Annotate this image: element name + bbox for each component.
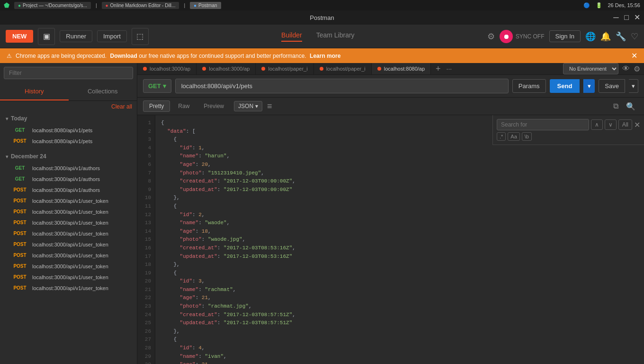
list-item[interactable]: POST localhost:3000/api/v1/user_token <box>2 206 135 217</box>
list-item[interactable]: POST localhost:3000/api/v1/user_token <box>2 239 135 250</box>
send-button[interactable]: Send <box>550 79 580 93</box>
request-tab-5[interactable]: localhost:8080/ap <box>372 63 431 74</box>
settings-icon[interactable]: ⚙ <box>487 31 495 42</box>
search-next-button[interactable]: ∨ <box>605 119 617 130</box>
app-icon-1: ⬟ <box>4 1 9 9</box>
taskbar-tab-3[interactable]: ● Postman <box>190 2 221 9</box>
list-item[interactable]: POST localhost:3000/api/v1/user_token <box>2 272 135 282</box>
taskbar-tab-2[interactable]: ● Online Markdown Editor - Dill... <box>102 2 179 9</box>
history-url: localhost:3000/api/v1/authors <box>32 187 100 193</box>
search-case-button[interactable]: Aa <box>508 132 519 141</box>
send-dropdown-button[interactable]: ▾ <box>583 79 595 93</box>
eye-icon[interactable]: 👁 <box>622 64 630 73</box>
notification-close-button[interactable]: ✕ <box>631 51 637 60</box>
history-url: localhost:3000/api/v1/user_token <box>32 274 108 280</box>
globe-icon[interactable]: 🌐 <box>585 31 596 42</box>
list-item[interactable]: POST localhost:8080/api/v1/pets <box>2 136 135 146</box>
list-item[interactable]: POST localhost:3000/api/v1/user_token <box>2 228 135 239</box>
save-button[interactable]: Save <box>599 79 625 93</box>
list-item[interactable]: POST localhost:3000/api/v1/user_token <box>2 250 135 261</box>
filter-input[interactable] <box>4 67 133 79</box>
save-dropdown-button[interactable]: ▾ <box>629 79 638 93</box>
search-all-button[interactable]: All <box>618 119 632 130</box>
list-item[interactable]: POST localhost:3000/api/v1/authors <box>2 184 135 195</box>
method-selector[interactable]: GET ▾ <box>143 79 171 93</box>
history-url: localhost:3000/api/v1/authors <box>32 176 100 182</box>
tab-builder[interactable]: Builder <box>281 31 302 42</box>
bell-icon[interactable]: 🔔 <box>600 31 611 42</box>
new-button[interactable]: NEW <box>6 30 33 43</box>
method-badge-get: GET <box>11 127 28 133</box>
list-item[interactable]: POST localhost:3000/api/v1/user_token <box>2 195 135 206</box>
sign-in-button[interactable]: Sign In <box>549 30 581 42</box>
history-group-dec24-header[interactable]: ▾ December 24 <box>2 150 135 163</box>
gear-icon[interactable]: ⚙ <box>634 64 640 73</box>
sync-button[interactable]: ⏺ SYNC OFF <box>500 30 545 43</box>
list-item[interactable]: GET localhost:8080/api/v1/pets <box>2 125 135 136</box>
history-url: localhost:3000/api/v1/user_token <box>32 285 108 291</box>
method-badge-post: POST <box>11 285 28 291</box>
request-tab-2[interactable]: localhost:3000/ap <box>197 63 256 74</box>
method-badge-post: POST <box>11 187 28 193</box>
download-link[interactable]: Download <box>110 53 137 59</box>
search-word-button[interactable]: \b <box>522 132 532 141</box>
search-response-button[interactable]: 🔍 <box>623 101 638 112</box>
search-close-button[interactable]: ✕ <box>634 120 640 129</box>
runner-button[interactable]: Runner <box>60 30 92 42</box>
sidebar-tab-collections[interactable]: Collections <box>69 83 137 100</box>
history-group-today-header[interactable]: ▾ Today <box>2 112 135 125</box>
params-button[interactable]: Params <box>512 79 546 93</box>
request-tab-1[interactable]: localhost:3000/ap <box>137 63 197 74</box>
list-item[interactable]: GET localhost:3000/api/v1/authors <box>2 163 135 173</box>
url-input[interactable] <box>175 79 509 93</box>
environment-dropdown[interactable]: No Environment <box>563 63 618 74</box>
pretty-tab[interactable]: Pretty <box>143 100 170 112</box>
request-tab-4[interactable]: localhost/paper_i <box>314 63 372 74</box>
tab-icon-2: ● <box>106 3 108 8</box>
taskbar-tab-1[interactable]: ● Project — ~/Documents/go/s... <box>14 2 91 9</box>
minimize-button[interactable]: ─ <box>613 14 619 21</box>
more-tabs-button[interactable]: ··· <box>445 65 454 73</box>
method-badge-post: POST <box>11 138 28 144</box>
chevron-down-icon: ▾ <box>6 116 8 121</box>
format-selector[interactable]: JSON ▾ <box>234 101 262 111</box>
layout-icon-button[interactable]: ▣ <box>38 28 55 45</box>
tab-team-library[interactable]: Team Library <box>316 31 355 42</box>
learn-more-link[interactable]: Learn more <box>310 53 340 59</box>
wrench-icon[interactable]: 🔧 <box>616 31 626 42</box>
environment-selector: No Environment 👁 ⚙ <box>563 63 644 74</box>
clear-all-button[interactable]: Clear all <box>0 101 137 112</box>
method-badge-post: POST <box>11 209 28 215</box>
response-body: 1234567891011121314151617181920212223242… <box>137 115 644 364</box>
list-item[interactable]: GET localhost:3000/api/v1/authors <box>2 173 135 184</box>
bluetooth-icon: 🔵 <box>583 2 590 9</box>
list-icon[interactable]: ≡ <box>267 101 272 111</box>
system-time: 26 Des, 15:56 <box>608 2 641 8</box>
search-input[interactable] <box>497 119 589 130</box>
chevron-down-icon: ▾ <box>6 154 8 159</box>
method-label: GET <box>148 82 161 90</box>
import-button[interactable]: Import <box>97 30 127 42</box>
heart-icon[interactable]: ♡ <box>631 31 638 42</box>
format-label: JSON <box>238 103 253 109</box>
tab-icon-1: ● <box>18 3 21 8</box>
template-icon-button[interactable]: ⬚ <box>132 28 149 45</box>
response-code-content: { "data": [ { "id": 1, "name": "harun", … <box>155 115 644 364</box>
sidebar-tabs: History Collections <box>0 83 137 101</box>
history-group-dec24: ▾ December 24 GET localhost:3000/api/v1/… <box>2 150 135 293</box>
list-item[interactable]: POST localhost:3000/api/v1/user_token <box>2 261 135 272</box>
request-tab-3[interactable]: localhost/paper_i <box>256 63 313 74</box>
add-tab-button[interactable]: + <box>433 64 444 74</box>
nav-tabs: Builder Team Library <box>153 31 483 42</box>
copy-response-button[interactable]: ⧉ <box>610 101 621 111</box>
search-regex-button[interactable]: .* <box>497 132 506 141</box>
maximize-button[interactable]: □ <box>623 14 630 21</box>
list-item[interactable]: POST localhost:3000/api/v1/user_token <box>2 217 135 228</box>
preview-tab[interactable]: Preview <box>197 100 230 112</box>
close-button[interactable]: ✕ <box>634 14 640 21</box>
sidebar-tab-history[interactable]: History <box>0 83 69 100</box>
notification-rest: our free native apps for continued suppo… <box>139 53 306 59</box>
raw-tab[interactable]: Raw <box>172 100 196 112</box>
list-item[interactable]: POST localhost:3000/api/v1/user_token <box>2 282 135 293</box>
search-prev-button[interactable]: ∧ <box>591 119 603 130</box>
